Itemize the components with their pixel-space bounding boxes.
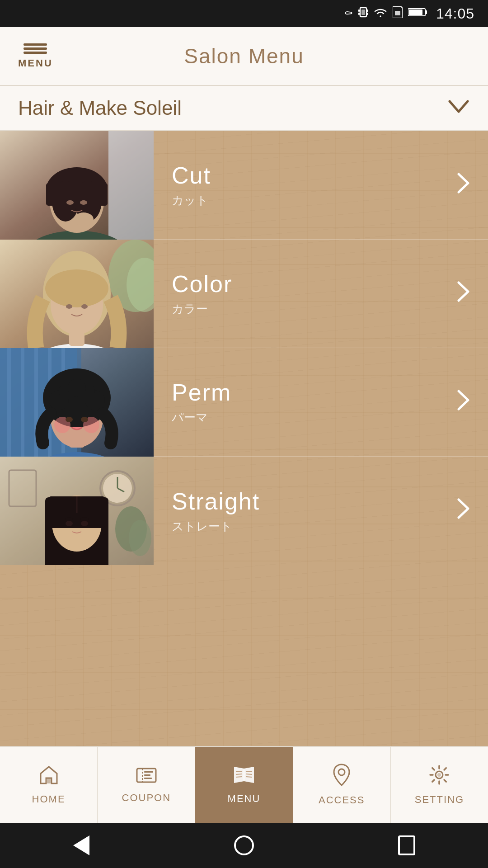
svg-point-29 xyxy=(45,269,108,307)
svg-point-21 xyxy=(80,200,87,205)
straight-name-en: Straight xyxy=(172,488,470,515)
svg-rect-3 xyxy=(367,9,368,12)
home-circle-icon xyxy=(234,835,254,855)
hamburger-line-2 xyxy=(23,47,47,50)
svg-rect-1 xyxy=(361,9,365,15)
chevron-down-icon xyxy=(447,97,470,119)
svg-line-82 xyxy=(246,774,252,774)
menu-label: MENU xyxy=(18,57,53,69)
menu-content-area: Cut カット xyxy=(0,131,488,746)
perm-arrow-icon[interactable] xyxy=(456,389,470,415)
svg-point-62 xyxy=(129,520,151,556)
color-arrow-icon[interactable] xyxy=(456,281,470,307)
android-home-button[interactable] xyxy=(230,832,258,859)
svg-point-86 xyxy=(437,773,441,777)
app-header: MENU Salon Menu xyxy=(0,27,488,86)
svg-rect-2 xyxy=(358,9,360,12)
straight-name-jp: ストレート xyxy=(172,519,470,534)
svg-rect-76 xyxy=(144,778,152,779)
salon-name: Hair & Make Soleil xyxy=(18,97,182,119)
cut-photo xyxy=(0,131,154,240)
svg-rect-75 xyxy=(144,774,150,776)
sim-icon xyxy=(393,6,403,21)
status-icons: ⚰ xyxy=(344,6,428,21)
salon-selector[interactable]: Hair & Make Soleil xyxy=(0,86,488,131)
bluetooth-icon: ⚰ xyxy=(344,7,353,20)
recent-apps-icon xyxy=(398,835,415,855)
svg-point-30 xyxy=(66,304,72,309)
back-icon xyxy=(73,835,89,855)
hamburger-line-3 xyxy=(23,52,47,54)
menu-book-icon xyxy=(232,765,256,789)
svg-point-53 xyxy=(81,417,88,422)
svg-point-31 xyxy=(81,304,88,309)
svg-rect-19 xyxy=(46,183,108,206)
perm-name-jp: パーマ xyxy=(172,410,470,425)
access-label: ACCESS xyxy=(319,794,365,806)
status-bar: ⚰ xyxy=(0,0,488,27)
straight-arrow-icon[interactable] xyxy=(456,498,470,524)
svg-rect-6 xyxy=(395,11,400,15)
svg-rect-4 xyxy=(358,13,360,15)
android-back-button[interactable] xyxy=(68,832,95,859)
nav-item-home[interactable]: HOME xyxy=(0,747,98,823)
hamburger-line-1 xyxy=(23,43,47,46)
svg-rect-32 xyxy=(69,332,84,346)
straight-info: Straight ストレート xyxy=(154,457,488,565)
wifi-icon xyxy=(374,7,387,20)
cut-info: Cut カット xyxy=(154,131,488,239)
svg-line-79 xyxy=(236,774,242,774)
svg-point-20 xyxy=(66,200,74,205)
svg-rect-5 xyxy=(367,13,368,15)
nav-item-setting[interactable]: SETTING xyxy=(391,747,488,823)
svg-point-69 xyxy=(66,521,73,526)
hamburger-menu-button[interactable]: MENU xyxy=(18,43,53,69)
setting-icon xyxy=(428,764,450,790)
perm-info: Perm パーマ xyxy=(154,348,488,456)
svg-line-80 xyxy=(236,777,242,777)
color-info: Color カラー xyxy=(154,240,488,348)
menu-item-cut[interactable]: Cut カット xyxy=(0,131,488,240)
access-icon xyxy=(333,764,350,791)
straight-photo xyxy=(0,457,154,565)
coupon-icon xyxy=(136,766,157,788)
nav-item-access[interactable]: ACCESS xyxy=(293,747,391,823)
svg-line-81 xyxy=(246,771,252,772)
cut-name-jp: カット xyxy=(172,193,470,208)
status-time: 14:05 xyxy=(436,5,474,22)
svg-rect-74 xyxy=(144,771,153,773)
svg-point-52 xyxy=(66,417,73,422)
svg-rect-9 xyxy=(409,9,422,15)
menu-nav-label: MENU xyxy=(228,793,261,805)
svg-point-49 xyxy=(68,379,86,397)
cut-arrow-icon[interactable] xyxy=(456,172,470,198)
perm-name-en: Perm xyxy=(172,379,470,406)
bottom-nav: HOME COUPON xyxy=(0,746,488,823)
home-label: HOME xyxy=(32,793,66,805)
svg-point-84 xyxy=(338,769,345,775)
battery-icon xyxy=(408,7,428,20)
nav-item-menu[interactable]: MENU xyxy=(195,747,293,823)
home-icon xyxy=(38,764,59,790)
svg-rect-12 xyxy=(108,131,154,240)
cut-name-en: Cut xyxy=(172,162,470,189)
vibrate-icon xyxy=(358,6,368,21)
svg-rect-8 xyxy=(425,10,427,14)
svg-rect-71 xyxy=(47,778,51,783)
nav-item-coupon[interactable]: COUPON xyxy=(98,747,195,823)
coupon-label: COUPON xyxy=(122,792,171,804)
svg-point-22 xyxy=(74,212,94,226)
menu-item-perm[interactable]: Perm パーマ xyxy=(0,348,488,457)
color-photo xyxy=(0,240,154,348)
menu-item-straight[interactable]: Straight ストレート xyxy=(0,457,488,565)
svg-line-83 xyxy=(246,777,252,777)
color-name-jp: カラー xyxy=(172,301,470,317)
svg-point-70 xyxy=(81,521,88,526)
page-title: Salon Menu xyxy=(184,44,304,68)
android-recent-button[interactable] xyxy=(393,832,420,859)
color-name-en: Color xyxy=(172,270,470,297)
android-nav-bar xyxy=(0,823,488,868)
perm-photo xyxy=(0,348,154,457)
menu-item-color[interactable]: Color カラー xyxy=(0,240,488,348)
svg-line-78 xyxy=(236,771,242,772)
